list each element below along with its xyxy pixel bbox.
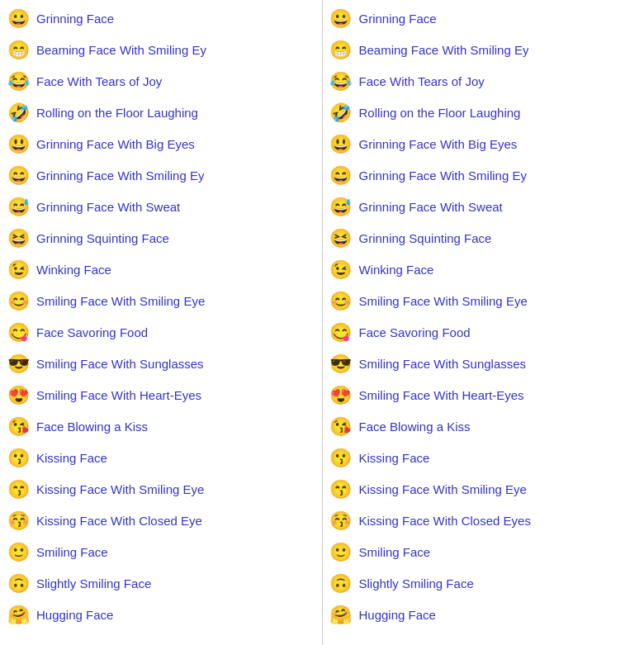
emoji-label: Smiling Face — [36, 544, 108, 561]
list-item: 😍Smiling Face With Heart-Eyes — [7, 380, 315, 411]
list-item: 😃Grinning Face With Big Eyes — [7, 129, 315, 160]
emoji-icon: 🤣 — [7, 102, 30, 124]
emoji-icon: 😉 — [7, 259, 30, 281]
list-item: 😎Smiling Face With Sunglasses — [7, 349, 315, 380]
list-item: 🙃Slightly Smiling Face — [329, 568, 638, 600]
emoji-label: Smiling Face With Smiling Eye — [359, 293, 528, 310]
emoji-icon: 🙃 — [329, 573, 353, 595]
emoji-icon: 🙂 — [7, 542, 30, 563]
emoji-label: Face Blowing a Kiss — [359, 419, 471, 435]
list-item: 😆Grinning Squinting Face — [329, 223, 638, 254]
list-item: 😃Grinning Face With Big Eyes — [329, 129, 638, 160]
list-item: 🙃Slightly Smiling Face — [7, 568, 315, 600]
emoji-icon: 😁 — [329, 40, 353, 61]
emoji-label: Slightly Smiling Face — [36, 576, 151, 592]
emoji-label: Rolling on the Floor Laughing — [359, 105, 521, 121]
emoji-label: Smiling Face With Sunglasses — [36, 356, 204, 372]
list-item: 😎Smiling Face With Sunglasses — [329, 349, 638, 380]
emoji-label: Grinning Squinting Face — [36, 230, 169, 247]
emoji-label: Kissing Face — [359, 450, 430, 467]
emoji-icon: 😋 — [329, 322, 353, 344]
list-item: 🤗Hugging Face — [7, 600, 315, 631]
list-item: 😊Smiling Face With Smiling Eye — [7, 286, 315, 317]
emoji-label: Smiling Face With Heart-Eyes — [36, 387, 201, 404]
emoji-label: Face Savoring Food — [359, 325, 471, 341]
emoji-icon: 🤣 — [329, 102, 353, 124]
emoji-icon: 🤗 — [329, 605, 353, 626]
list-item: 🙂Smiling Face — [329, 537, 638, 568]
emoji-icon: 😋 — [7, 322, 30, 344]
emoji-icon: 😂 — [7, 71, 30, 92]
emoji-label: Smiling Face With Heart-Eyes — [359, 387, 524, 404]
emoji-label: Kissing Face With Closed Eyes — [359, 513, 531, 529]
emoji-label: Slightly Smiling Face — [359, 576, 474, 592]
list-item: 😋Face Savoring Food — [329, 317, 638, 349]
emoji-icon: 😗 — [7, 448, 30, 469]
emoji-icon: 😂 — [329, 71, 353, 92]
emoji-label: Grinning Face — [36, 11, 114, 27]
list-item: 🤣Rolling on the Floor Laughing — [7, 97, 315, 129]
list-item: 😘Face Blowing a Kiss — [329, 411, 638, 443]
emoji-label: Face With Tears of Joy — [36, 74, 162, 90]
emoji-label: Grinning Face — [359, 11, 437, 27]
main-container: 😀Grinning Face😁Beaming Face With Smiling… — [0, 0, 644, 645]
list-item: 🙂Smiling Face — [7, 537, 315, 568]
column-right: 😀Grinning Face😁Beaming Face With Smiling… — [323, 0, 645, 645]
list-item: 😚Kissing Face With Closed Eyes — [329, 505, 638, 537]
emoji-label: Smiling Face With Smiling Eye — [36, 293, 205, 310]
list-item: 😙Kissing Face With Smiling Eye — [329, 474, 638, 505]
emoji-icon: 😅 — [7, 197, 30, 218]
emoji-label: Kissing Face With Smiling Eye — [36, 481, 204, 498]
emoji-icon: 😙 — [329, 479, 353, 500]
emoji-label: Grinning Squinting Face — [359, 230, 492, 247]
emoji-icon: 😍 — [329, 385, 353, 406]
emoji-icon: 😄 — [7, 165, 30, 187]
emoji-icon: 😆 — [329, 228, 353, 249]
emoji-label: Grinning Face With Sweat — [36, 199, 180, 216]
emoji-icon: 😃 — [329, 134, 353, 155]
emoji-icon: 😎 — [329, 353, 353, 375]
emoji-icon: 😀 — [7, 8, 30, 30]
emoji-label: Smiling Face With Sunglasses — [359, 356, 527, 372]
emoji-icon: 😉 — [329, 259, 353, 281]
list-item: 😁Beaming Face With Smiling Ey — [7, 35, 315, 66]
emoji-label: Hugging Face — [36, 607, 113, 624]
list-item: 🤣Rolling on the Floor Laughing — [329, 97, 638, 129]
emoji-icon: 🙂 — [329, 542, 353, 563]
list-item: 😚Kissing Face With Closed Eye — [7, 505, 315, 537]
emoji-icon: 😚 — [7, 510, 30, 532]
emoji-icon: 😁 — [7, 40, 30, 61]
emoji-icon: 😅 — [329, 197, 353, 218]
emoji-icon: 😘 — [329, 416, 353, 438]
list-item: 😆Grinning Squinting Face — [7, 223, 315, 254]
emoji-icon: 😗 — [329, 448, 353, 469]
column-left: 😀Grinning Face😁Beaming Face With Smiling… — [0, 0, 323, 645]
list-item: 😄Grinning Face With Smiling Ey — [329, 160, 638, 192]
emoji-icon: 😍 — [7, 385, 30, 406]
list-item: 😍Smiling Face With Heart-Eyes — [329, 380, 638, 411]
list-item: 😁Beaming Face With Smiling Ey — [329, 35, 638, 66]
list-item: 😄Grinning Face With Smiling Ey — [7, 160, 315, 192]
emoji-icon: 😚 — [329, 510, 353, 532]
list-item: 😅Grinning Face With Sweat — [329, 192, 638, 223]
emoji-label: Winking Face — [359, 262, 434, 278]
emoji-label: Face With Tears of Joy — [359, 74, 485, 90]
emoji-label: Hugging Face — [359, 607, 436, 624]
emoji-label: Grinning Face With Big Eyes — [36, 136, 195, 153]
list-item: 😉Winking Face — [329, 254, 638, 286]
emoji-label: Face Savoring Food — [36, 325, 148, 341]
list-item: 😉Winking Face — [7, 254, 315, 286]
list-item: 😗Kissing Face — [329, 443, 638, 474]
emoji-label: Face Blowing a Kiss — [36, 419, 148, 435]
emoji-icon: 😀 — [329, 8, 353, 30]
emoji-label: Kissing Face With Smiling Eye — [359, 481, 527, 498]
emoji-label: Beaming Face With Smiling Ey — [36, 42, 206, 59]
emoji-label: Kissing Face — [36, 450, 107, 467]
list-item: 😂Face With Tears of Joy — [7, 66, 315, 97]
emoji-icon: 😊 — [7, 291, 30, 312]
list-item: 🤗Hugging Face — [329, 600, 638, 631]
emoji-label: Grinning Face With Sweat — [359, 199, 503, 216]
list-item: 😀Grinning Face — [7, 3, 315, 35]
emoji-icon: 😎 — [7, 353, 30, 375]
emoji-icon: 😊 — [329, 291, 353, 312]
